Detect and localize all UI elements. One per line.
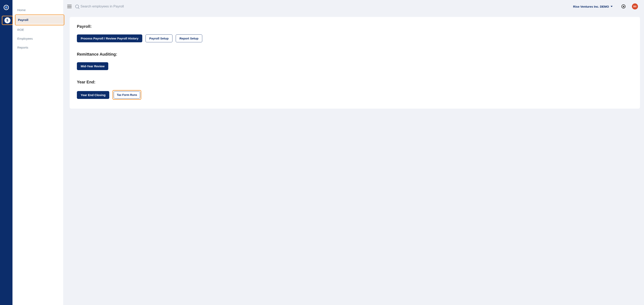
hamburger-menu-icon[interactable] bbox=[67, 5, 72, 8]
help-icon[interactable] bbox=[622, 5, 626, 9]
payroll-button-row: Process Payroll / Review Payroll History… bbox=[77, 35, 633, 42]
section-title-payroll: Payroll: bbox=[77, 24, 633, 29]
logo-icon[interactable] bbox=[4, 5, 9, 10]
section-title-remittance: Remittance Auditing: bbox=[77, 52, 633, 57]
section-title-year-end: Year End: bbox=[77, 80, 633, 84]
topbar: Rise Ventures Inc. DEMO BS bbox=[63, 0, 644, 13]
sidebar-item-reports[interactable]: Reports bbox=[12, 43, 63, 52]
search-icon bbox=[75, 5, 79, 8]
main-area: Rise Ventures Inc. DEMO BS Payroll: Proc… bbox=[63, 0, 644, 305]
year-end-button-row: Year End Closing Tax Form Runs bbox=[77, 90, 633, 100]
tax-form-runs-highlight: Tax Form Runs bbox=[112, 90, 141, 100]
process-payroll-button[interactable]: Process Payroll / Review Payroll History bbox=[77, 35, 142, 42]
sidebar-item-home[interactable]: Home bbox=[12, 6, 63, 15]
sidebar-item-payroll[interactable]: Payroll bbox=[16, 16, 64, 24]
content-card: Payroll: Process Payroll / Review Payrol… bbox=[70, 17, 640, 109]
mid-year-review-button[interactable]: Mid-Year Review bbox=[77, 62, 108, 70]
organization-name: Rise Ventures Inc. DEMO bbox=[573, 5, 609, 8]
avatar[interactable]: BS bbox=[632, 4, 638, 10]
sidebar-item-employees[interactable]: Employees bbox=[12, 34, 63, 43]
tax-form-runs-button[interactable]: Tax Form Runs bbox=[114, 91, 140, 99]
payroll-module-icon[interactable]: $ bbox=[4, 17, 10, 23]
search-container bbox=[75, 5, 570, 9]
side-nav: Home Payroll ROE Employees Reports bbox=[12, 0, 63, 305]
sidebar-item-roe[interactable]: ROE bbox=[12, 25, 63, 34]
search-input[interactable] bbox=[80, 5, 570, 9]
payroll-module-highlight: $ bbox=[2, 16, 13, 25]
remittance-button-row: Mid-Year Review bbox=[77, 62, 633, 70]
year-end-closing-button[interactable]: Year End Closing bbox=[77, 91, 109, 99]
report-setup-button[interactable]: Report Setup bbox=[176, 35, 202, 42]
chevron-down-icon bbox=[610, 6, 612, 7]
sidebar-item-payroll-highlight: Payroll bbox=[15, 15, 64, 25]
organization-selector[interactable]: Rise Ventures Inc. DEMO bbox=[573, 5, 612, 8]
icon-rail: $ bbox=[0, 0, 12, 305]
payroll-setup-button[interactable]: Payroll Setup bbox=[146, 35, 172, 42]
